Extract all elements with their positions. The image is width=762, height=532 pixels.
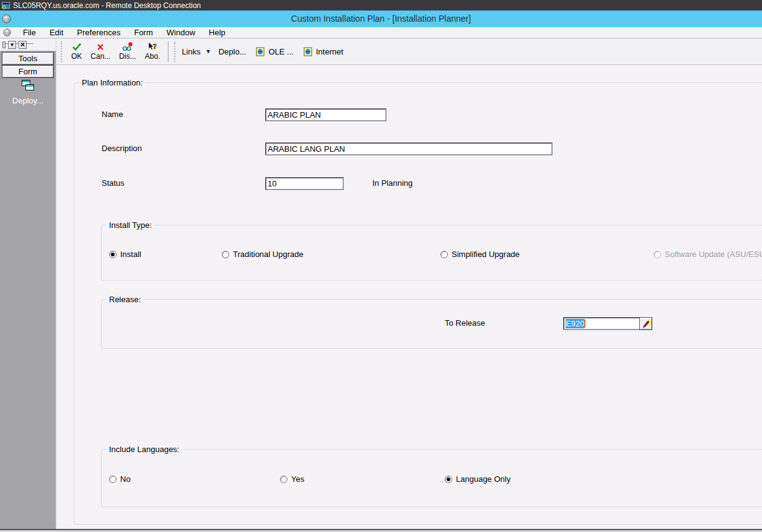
toolbar-separator [168,41,169,62]
help-cursor-icon: ? [147,42,158,51]
visual-assist-button[interactable] [639,317,652,330]
deploy-windows-icon [20,79,35,92]
radio-no-label: No [120,474,131,484]
menu-preferences[interactable]: Preferences [70,28,127,37]
about-button[interactable]: ? Abo. [141,41,165,61]
sidebar-item-deploy[interactable]: Deploy... [0,79,56,105]
cancel-button-label: Can... [90,52,110,61]
radio-simplified-upgrade-label: Simplified Upgrade [452,250,520,259]
text-caret [584,320,585,328]
sidebar-tab-tools[interactable]: Tools [2,52,54,65]
description-label: Description [102,144,142,153]
radio-software-update-label: Software Update (ASU/ESU) [665,250,762,259]
rdp-icon [2,1,10,9]
install-type-group-title: Install Type: [107,220,154,230]
slider-thumb[interactable] [2,41,6,48]
form-area: Plan Information: Name Description Statu… [56,65,762,529]
to-release-label: To Release [445,318,485,328]
release-group-title: Release: [107,295,143,304]
radio-traditional-upgrade-dot [222,251,229,258]
close-icon[interactable]: × [19,41,27,49]
internet-button-label: Internet [316,47,343,56]
to-release-selected-text: E920 [566,319,584,328]
radio-simplified-upgrade[interactable]: Simplified Upgrade [440,250,520,259]
menu-file[interactable]: File [16,28,43,37]
status-label: Status [102,178,125,188]
sidebar-item-deploy-label: Deploy... [0,96,56,105]
display-button[interactable]: Dis... [115,41,140,61]
menu-help[interactable]: Help [202,28,232,37]
radio-traditional-upgrade[interactable]: Traditional Upgrade [222,250,304,259]
sidebar-slider-row: ▼ × [0,38,56,51]
x-icon [96,43,105,51]
radio-language-only-label: Language Only [456,474,510,484]
menu-form[interactable]: Form [127,28,159,37]
display-button-label: Dis... [119,52,136,61]
window-title: Custom Installation Plan - [Installation… [0,14,762,24]
radio-traditional-upgrade-label: Traditional Upgrade [233,250,304,259]
ok-button-label: OK [71,52,82,61]
links-dropdown[interactable]: Links ▼ [182,47,211,56]
cancel-button[interactable]: Can... [86,42,115,61]
radio-install-dot [109,251,116,258]
radio-software-update: Software Update (ASU/ESU) [654,250,762,259]
main-panel: OK Can... Dis... [56,38,762,529]
ole-button-label: OLE ... [268,47,293,56]
include-languages-group-title: Include Languages: [107,445,182,454]
radio-install[interactable]: Install [109,250,141,259]
links-label: Links [182,47,200,56]
description-input[interactable] [265,142,553,155]
release-group: Release: [101,299,762,349]
radio-yes[interactable]: Yes [280,474,304,484]
radio-language-only-dot [445,476,452,483]
radio-no[interactable]: No [109,474,131,484]
menu-edit[interactable]: Edit [43,28,70,37]
check-icon [72,43,82,51]
window-body: ▼ × Tools Form Deploy... [0,38,762,529]
flashlight-icon [641,319,651,329]
deploy-toolbar-button[interactable]: Deplo... [219,47,247,56]
ole-doc-globe-icon [256,47,265,56]
menu-window[interactable]: Window [160,28,202,37]
internet-doc-globe-icon [304,47,312,56]
radio-simplified-upgrade-dot [440,251,448,258]
name-label: Name [102,110,123,119]
app-title-bar[interactable]: Custom Installation Plan - [Installation… [0,11,762,27]
status-input[interactable] [265,177,344,190]
about-button-label: Abo. [145,52,160,61]
ole-button[interactable]: OLE ... [256,47,293,56]
toolbar-grip-2[interactable] [174,41,175,62]
radio-language-only[interactable]: Language Only [445,474,510,484]
rdp-title-bar[interactable]: SLC05RQY.us.oracle.com - Remote Desktop … [0,0,762,11]
svg-text:?: ? [153,42,157,51]
status-description-text: In Planning [372,178,413,188]
links-caret-icon: ▼ [206,49,211,55]
rdp-title-text: SLC05RQY.us.oracle.com - Remote Desktop … [13,1,201,10]
menu-bar: File Edit Preferences Form Window Help [0,27,762,38]
sidebar: ▼ × Tools Form Deploy... [0,38,56,529]
sidebar-tab-form[interactable]: Form [2,65,54,78]
glasses-icon [122,42,133,51]
remote-desktop-window: SLC05RQY.us.oracle.com - Remote Desktop … [0,0,762,532]
toolbar-grip[interactable] [61,41,62,62]
ok-button[interactable]: OK [67,42,86,61]
radio-install-label: Install [120,250,141,259]
toolbar: OK Can... Dis... [56,38,762,65]
radio-software-update-dot [654,251,661,258]
plan-information-group-title: Plan Information: [79,78,145,87]
chevron-down-icon[interactable]: ▼ [8,41,16,49]
internet-button[interactable]: Internet [304,47,343,56]
radio-no-dot [109,476,116,483]
name-input[interactable] [265,108,387,121]
slider-track[interactable] [2,43,33,46]
radio-yes-label: Yes [291,474,304,484]
radio-yes-dot [280,476,287,483]
to-release-input[interactable]: E920 [563,317,641,330]
child-window-globe-icon[interactable] [3,28,11,37]
include-languages-group: Include Languages: [101,449,762,507]
